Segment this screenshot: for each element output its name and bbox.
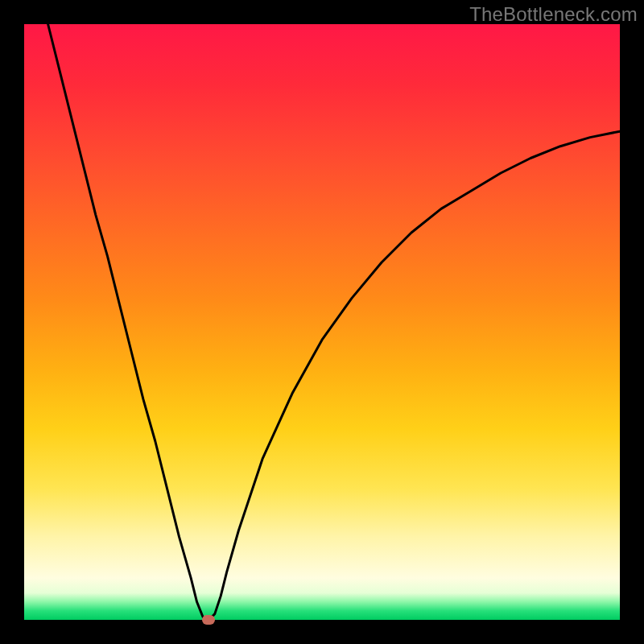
bottleneck-curve	[24, 24, 620, 620]
curve-path	[48, 24, 620, 620]
plot-area	[24, 24, 620, 620]
watermark-text: TheBottleneck.com	[469, 3, 638, 26]
min-marker	[202, 615, 215, 625]
chart-frame: TheBottleneck.com	[0, 0, 644, 644]
